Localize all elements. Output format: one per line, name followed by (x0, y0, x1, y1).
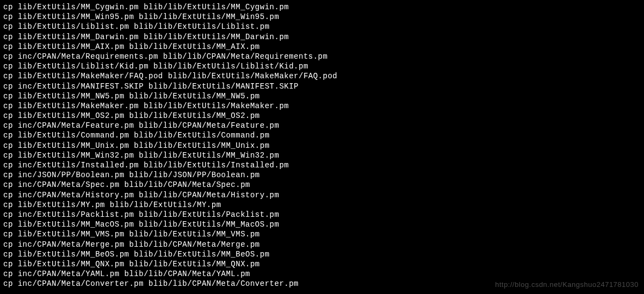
terminal-line: cp lib/ExtUtils/MM_BeOS.pm blib/lib/ExtU… (3, 249, 641, 259)
terminal-line: cp lib/ExtUtils/Liblist/Kid.pm blib/lib/… (3, 61, 641, 71)
terminal-line: cp inc/CPAN/Meta/History.pm blib/lib/CPA… (3, 190, 641, 200)
terminal-line: cp lib/ExtUtils/MM_Unix.pm blib/lib/ExtU… (3, 141, 641, 151)
terminal-line: cp lib/ExtUtils/MM_VMS.pm blib/lib/ExtUt… (3, 229, 641, 239)
terminal-line: cp lib/ExtUtils/MM_NW5.pm blib/lib/ExtUt… (3, 91, 641, 101)
terminal-line: cp inc/CPAN/Meta/Merge.pm blib/lib/CPAN/… (3, 240, 641, 249)
terminal-line: cp lib/ExtUtils/MakeMaker/FAQ.pod blib/l… (3, 71, 641, 81)
terminal-line: cp inc/ExtUtils/Installed.pm blib/lib/Ex… (3, 160, 641, 170)
terminal-line: cp lib/ExtUtils/Liblist.pm blib/lib/ExtU… (3, 22, 641, 32)
terminal-line: cp inc/CPAN/Meta/Spec.pm blib/lib/CPAN/M… (3, 180, 641, 190)
terminal-line: cp lib/ExtUtils/Command.pm blib/lib/ExtU… (3, 130, 641, 140)
terminal-line: cp lib/ExtUtils/MM_Darwin.pm blib/lib/Ex… (3, 32, 641, 42)
terminal-line: cp lib/ExtUtils/MM_AIX.pm blib/lib/ExtUt… (3, 42, 641, 52)
terminal-line: cp inc/CPAN/Meta/Feature.pm blib/lib/CPA… (3, 121, 641, 130)
terminal-line: cp inc/ExtUtils/MANIFEST.SKIP blib/lib/E… (3, 82, 641, 91)
terminal-line: cp lib/ExtUtils/MM_Win95.pm blib/lib/Ext… (3, 12, 641, 22)
terminal-line: cp inc/JSON/PP/Boolean.pm blib/lib/JSON/… (3, 170, 641, 180)
terminal-line: cp lib/ExtUtils/MM_OS2.pm blib/lib/ExtUt… (3, 111, 641, 121)
terminal-line: cp inc/CPAN/Meta/Requirements.pm blib/li… (3, 52, 641, 61)
terminal-line: cp lib/ExtUtils/MM_Win32.pm blib/lib/Ext… (3, 151, 641, 160)
watermark-text: http://blog.csdn.net/Kangshuo2471781030 (495, 280, 639, 290)
terminal-line: cp lib/ExtUtils/MM_MacOS.pm blib/lib/Ext… (3, 220, 641, 229)
terminal-line: cp inc/ExtUtils/Packlist.pm blib/lib/Ext… (3, 210, 641, 220)
terminal-line: cp lib/ExtUtils/MM_Cygwin.pm blib/lib/Ex… (3, 2, 641, 12)
terminal-output: cp lib/ExtUtils/MM_Cygwin.pm blib/lib/Ex… (3, 2, 641, 289)
terminal-line: cp lib/ExtUtils/MakeMaker.pm blib/lib/Ex… (3, 101, 641, 111)
terminal-line: cp inc/CPAN/Meta/YAML.pm blib/lib/CPAN/M… (3, 269, 641, 279)
terminal-line: cp lib/ExtUtils/MM_QNX.pm blib/lib/ExtUt… (3, 259, 641, 269)
terminal-line: cp lib/ExtUtils/MY.pm blib/lib/ExtUtils/… (3, 200, 641, 210)
